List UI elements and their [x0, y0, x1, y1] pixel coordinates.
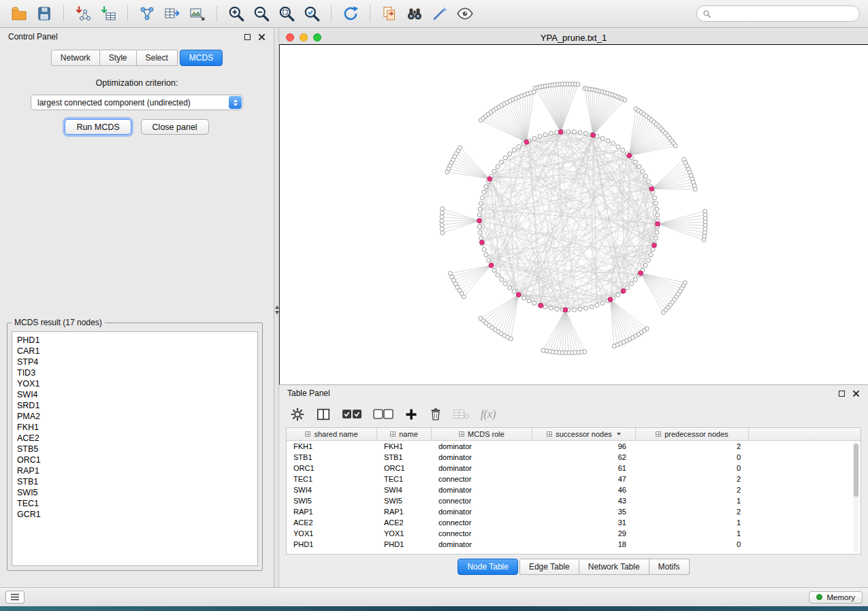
mcds-node-item[interactable]: CAR1: [17, 346, 253, 357]
network-graph[interactable]: [280, 45, 868, 384]
table-row[interactable]: TEC1TEC1connector472: [287, 474, 861, 484]
table-cell[interactable]: TEC1: [377, 475, 432, 483]
refresh-icon[interactable]: [340, 4, 361, 23]
table-cell[interactable]: 2: [636, 508, 749, 516]
mcds-node-item[interactable]: TID3: [17, 367, 253, 378]
network-titlebar[interactable]: YPA_prune.txt_1: [279, 31, 868, 44]
table-cell[interactable]: PHD1: [377, 540, 432, 548]
table-cell[interactable]: connector: [432, 497, 532, 505]
mcds-node-item[interactable]: RAP1: [17, 465, 253, 476]
table-cell[interactable]: ORC1: [377, 464, 432, 472]
table-cell[interactable]: 43: [532, 497, 636, 505]
zoom-out-icon[interactable]: [251, 4, 272, 23]
network-canvas[interactable]: [279, 44, 868, 384]
table-cell[interactable]: STB1: [287, 453, 377, 461]
table-row[interactable]: STB1STB1dominator620: [287, 452, 861, 463]
table-cell[interactable]: STB1: [377, 453, 432, 461]
table-cell[interactable]: 47: [532, 475, 636, 483]
deselect-all-icon[interactable]: [373, 408, 393, 421]
import-network-icon[interactable]: [72, 4, 94, 23]
table-cell[interactable]: YOX1: [287, 529, 377, 538]
select-all-icon[interactable]: [342, 408, 362, 421]
table-cell[interactable]: 18: [532, 540, 636, 548]
table-row[interactable]: YOX1YOX1connector291: [287, 528, 861, 539]
table-cell[interactable]: SWI5: [287, 497, 377, 505]
panel-splitter[interactable]: [274, 28, 279, 587]
mcds-node-item[interactable]: ACE2: [17, 433, 253, 444]
table-cell[interactable]: PHD1: [287, 540, 377, 548]
tab-style[interactable]: Style: [100, 50, 137, 66]
table-cell[interactable]: 31: [532, 518, 636, 527]
table-row[interactable]: FKH1FKH1dominator962: [287, 441, 861, 452]
search-box[interactable]: [696, 5, 860, 22]
column-header-shared-name[interactable]: shared name: [287, 428, 377, 440]
close-panel-button[interactable]: Close panel: [141, 119, 209, 135]
table-cell[interactable]: ORC1: [287, 464, 377, 472]
close-panel-icon[interactable]: [258, 33, 266, 41]
table-cell[interactable]: SWI4: [377, 486, 432, 494]
column-header-predecessor-nodes[interactable]: predecessor nodes: [636, 428, 749, 440]
tab-edge-table[interactable]: Edge Table: [519, 559, 579, 575]
mcds-node-item[interactable]: GCR1: [17, 509, 253, 520]
table-row[interactable]: ACE2ACE2connector311: [287, 517, 861, 528]
save-icon[interactable]: [33, 4, 55, 23]
show-columns-icon[interactable]: [316, 407, 331, 422]
mcds-node-item[interactable]: SWI5: [17, 487, 253, 498]
table-cell[interactable]: 2: [636, 475, 749, 483]
export-image-icon[interactable]: [187, 4, 208, 23]
float-panel-icon[interactable]: [244, 34, 251, 40]
table-scrollbar-thumb[interactable]: [854, 444, 858, 497]
share-network-icon[interactable]: [136, 4, 158, 23]
delete-column-icon[interactable]: [429, 408, 443, 421]
table-cell[interactable]: 2: [636, 442, 749, 450]
zoom-fit-icon[interactable]: [276, 4, 298, 23]
zoom-selected-icon[interactable]: [301, 4, 323, 23]
binoculars-icon[interactable]: [404, 4, 425, 23]
table-cell[interactable]: dominator: [432, 442, 532, 450]
memory-button[interactable]: Memory: [809, 591, 863, 604]
tab-node-table[interactable]: Node Table: [457, 559, 518, 575]
mcds-node-item[interactable]: PHD1: [17, 335, 253, 346]
mcds-node-item[interactable]: YOX1: [17, 378, 253, 389]
criterion-select[interactable]: largest connected component (undirected): [31, 95, 243, 110]
table-cell[interactable]: 1: [636, 529, 749, 538]
table-cell[interactable]: ACE2: [287, 518, 377, 527]
table-cell[interactable]: 96: [532, 442, 636, 450]
float-table-panel-icon[interactable]: [839, 391, 845, 397]
table-settings-gear-icon[interactable]: [290, 407, 305, 422]
column-header-name[interactable]: name: [377, 428, 432, 440]
table-row[interactable]: SWI4SWI4dominator462: [287, 484, 861, 495]
table-row[interactable]: PHD1PHD1dominator180: [287, 539, 861, 550]
mcds-node-item[interactable]: STB5: [17, 444, 253, 455]
splitter-collapse-icons[interactable]: [274, 306, 279, 314]
table-cell[interactable]: dominator: [432, 508, 532, 516]
add-column-icon[interactable]: [404, 408, 418, 421]
table-cell[interactable]: 35: [532, 508, 636, 516]
mcds-node-item[interactable]: STP4: [17, 357, 253, 367]
table-row[interactable]: ORC1ORC1dominator610: [287, 463, 861, 474]
table-cell[interactable]: 0: [636, 464, 749, 472]
table-cell[interactable]: FKH1: [377, 442, 432, 450]
node-table[interactable]: shared namenameMCDS rolesuccessor nodesp…: [286, 427, 861, 555]
status-menu-button[interactable]: [5, 591, 25, 604]
table-cell[interactable]: 61: [532, 464, 636, 472]
table-cell[interactable]: dominator: [432, 453, 532, 461]
table-cell[interactable]: 29: [532, 529, 636, 538]
mcds-node-item[interactable]: PMA2: [17, 411, 253, 422]
table-cell[interactable]: RAP1: [377, 508, 432, 516]
table-cell[interactable]: SWI4: [287, 486, 377, 494]
import-table-icon[interactable]: [97, 4, 119, 23]
table-cell[interactable]: dominator: [432, 464, 532, 472]
table-cell[interactable]: 2: [636, 486, 749, 494]
table-cell[interactable]: 62: [532, 453, 636, 461]
table-cell[interactable]: ACE2: [377, 518, 432, 527]
table-cell[interactable]: connector: [432, 518, 532, 527]
search-input[interactable]: [716, 9, 854, 18]
table-row[interactable]: SWI5SWI5connector431: [287, 495, 861, 506]
mcds-node-item[interactable]: TEC1: [17, 498, 253, 509]
open-folder-icon[interactable]: [8, 4, 30, 23]
table-cell[interactable]: 0: [636, 540, 749, 548]
tab-mcds[interactable]: MCDS: [180, 50, 223, 66]
table-cell[interactable]: 1: [636, 518, 749, 527]
table-cell[interactable]: connector: [432, 475, 532, 483]
